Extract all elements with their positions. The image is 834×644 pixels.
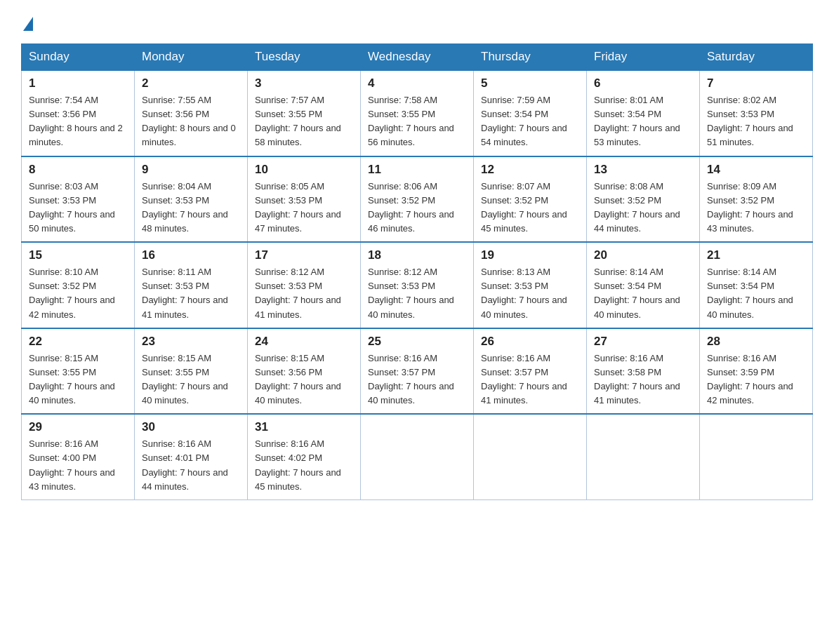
- calendar-cell: 12 Sunrise: 8:07 AMSunset: 3:52 PMDaylig…: [474, 156, 587, 243]
- calendar-cell: 16 Sunrise: 8:11 AMSunset: 3:53 PMDaylig…: [135, 242, 248, 328]
- page-header: [21, 14, 813, 31]
- day-number: 15: [29, 248, 127, 262]
- day-info: Sunrise: 8:10 AMSunset: 3:52 PMDaylight:…: [29, 267, 115, 319]
- day-info: Sunrise: 8:16 AMSunset: 3:59 PMDaylight:…: [707, 353, 793, 405]
- calendar-cell: 19 Sunrise: 8:13 AMSunset: 3:53 PMDaylig…: [474, 242, 587, 328]
- col-header-friday: Friday: [587, 44, 700, 71]
- day-info: Sunrise: 8:04 AMSunset: 3:53 PMDaylight:…: [142, 181, 228, 234]
- day-info: Sunrise: 8:15 AMSunset: 3:55 PMDaylight:…: [29, 353, 115, 405]
- day-number: 27: [594, 335, 692, 349]
- day-info: Sunrise: 8:11 AMSunset: 3:53 PMDaylight:…: [142, 267, 228, 319]
- day-number: 22: [29, 335, 127, 349]
- day-info: Sunrise: 8:14 AMSunset: 3:54 PMDaylight:…: [594, 267, 680, 319]
- day-info: Sunrise: 8:12 AMSunset: 3:53 PMDaylight:…: [368, 267, 454, 319]
- day-number: 25: [368, 335, 466, 349]
- day-info: Sunrise: 8:03 AMSunset: 3:53 PMDaylight:…: [29, 181, 115, 234]
- day-info: Sunrise: 8:16 AMSunset: 4:00 PMDaylight:…: [29, 438, 115, 491]
- day-info: Sunrise: 7:58 AMSunset: 3:55 PMDaylight:…: [368, 95, 454, 147]
- day-info: Sunrise: 8:13 AMSunset: 3:53 PMDaylight:…: [481, 267, 567, 319]
- calendar-cell: 1 Sunrise: 7:54 AMSunset: 3:56 PMDayligh…: [22, 70, 135, 156]
- col-header-sunday: Sunday: [22, 44, 135, 71]
- calendar-cell: 26 Sunrise: 8:16 AMSunset: 3:57 PMDaylig…: [474, 328, 587, 415]
- day-info: Sunrise: 8:06 AMSunset: 3:52 PMDaylight:…: [368, 181, 454, 234]
- day-info: Sunrise: 7:55 AMSunset: 3:56 PMDaylight:…: [142, 95, 236, 147]
- day-number: 16: [142, 248, 240, 262]
- calendar-cell: 20 Sunrise: 8:14 AMSunset: 3:54 PMDaylig…: [587, 242, 700, 328]
- day-number: 7: [707, 76, 805, 90]
- calendar-cell: [700, 414, 813, 499]
- calendar-cell: 11 Sunrise: 8:06 AMSunset: 3:52 PMDaylig…: [361, 156, 474, 243]
- calendar-cell: 17 Sunrise: 8:12 AMSunset: 3:53 PMDaylig…: [248, 242, 361, 328]
- calendar-cell: 8 Sunrise: 8:03 AMSunset: 3:53 PMDayligh…: [22, 156, 135, 243]
- logo: [21, 14, 33, 31]
- day-number: 13: [594, 163, 692, 177]
- calendar-cell: 5 Sunrise: 7:59 AMSunset: 3:54 PMDayligh…: [474, 70, 587, 156]
- calendar-cell: 2 Sunrise: 7:55 AMSunset: 3:56 PMDayligh…: [135, 70, 248, 156]
- day-info: Sunrise: 8:08 AMSunset: 3:52 PMDaylight:…: [594, 181, 680, 234]
- col-header-saturday: Saturday: [700, 44, 813, 71]
- day-number: 19: [481, 248, 579, 262]
- day-info: Sunrise: 8:12 AMSunset: 3:53 PMDaylight:…: [255, 267, 341, 319]
- day-info: Sunrise: 7:54 AMSunset: 3:56 PMDaylight:…: [29, 95, 123, 147]
- day-info: Sunrise: 8:16 AMSunset: 3:57 PMDaylight:…: [368, 353, 454, 405]
- day-number: 21: [707, 248, 805, 262]
- calendar-cell: 21 Sunrise: 8:14 AMSunset: 3:54 PMDaylig…: [700, 242, 813, 328]
- day-number: 14: [707, 163, 805, 177]
- week-row-2: 8 Sunrise: 8:03 AMSunset: 3:53 PMDayligh…: [22, 156, 813, 243]
- day-number: 30: [142, 420, 240, 434]
- calendar-cell: [474, 414, 587, 499]
- day-number: 31: [255, 420, 353, 434]
- day-info: Sunrise: 8:15 AMSunset: 3:55 PMDaylight:…: [142, 353, 228, 405]
- calendar-cell: 13 Sunrise: 8:08 AMSunset: 3:52 PMDaylig…: [587, 156, 700, 243]
- day-info: Sunrise: 7:57 AMSunset: 3:55 PMDaylight:…: [255, 95, 341, 147]
- day-number: 26: [481, 335, 579, 349]
- calendar-cell: 23 Sunrise: 8:15 AMSunset: 3:55 PMDaylig…: [135, 328, 248, 415]
- day-number: 1: [29, 76, 127, 90]
- col-header-tuesday: Tuesday: [248, 44, 361, 71]
- day-info: Sunrise: 8:02 AMSunset: 3:53 PMDaylight:…: [707, 95, 793, 147]
- day-info: Sunrise: 8:09 AMSunset: 3:52 PMDaylight:…: [707, 181, 793, 234]
- calendar-cell: 3 Sunrise: 7:57 AMSunset: 3:55 PMDayligh…: [248, 70, 361, 156]
- calendar-cell: [361, 414, 474, 499]
- calendar-cell: 28 Sunrise: 8:16 AMSunset: 3:59 PMDaylig…: [700, 328, 813, 415]
- day-info: Sunrise: 8:16 AMSunset: 3:58 PMDaylight:…: [594, 353, 680, 405]
- day-number: 4: [368, 76, 466, 90]
- week-row-5: 29 Sunrise: 8:16 AMSunset: 4:00 PMDaylig…: [22, 414, 813, 499]
- day-number: 3: [255, 76, 353, 90]
- calendar-cell: 31 Sunrise: 8:16 AMSunset: 4:02 PMDaylig…: [248, 414, 361, 499]
- calendar-header-row: SundayMondayTuesdayWednesdayThursdayFrid…: [22, 44, 813, 71]
- calendar-cell: 4 Sunrise: 7:58 AMSunset: 3:55 PMDayligh…: [361, 70, 474, 156]
- week-row-3: 15 Sunrise: 8:10 AMSunset: 3:52 PMDaylig…: [22, 242, 813, 328]
- day-info: Sunrise: 8:05 AMSunset: 3:53 PMDaylight:…: [255, 181, 341, 234]
- col-header-monday: Monday: [135, 44, 248, 71]
- day-info: Sunrise: 8:15 AMSunset: 3:56 PMDaylight:…: [255, 353, 341, 405]
- day-number: 11: [368, 163, 466, 177]
- day-info: Sunrise: 8:16 AMSunset: 3:57 PMDaylight:…: [481, 353, 567, 405]
- day-number: 29: [29, 420, 127, 434]
- day-number: 6: [594, 76, 692, 90]
- calendar-cell: 29 Sunrise: 8:16 AMSunset: 4:00 PMDaylig…: [22, 414, 135, 499]
- calendar-cell: 15 Sunrise: 8:10 AMSunset: 3:52 PMDaylig…: [22, 242, 135, 328]
- day-number: 5: [481, 76, 579, 90]
- calendar-cell: 6 Sunrise: 8:01 AMSunset: 3:54 PMDayligh…: [587, 70, 700, 156]
- week-row-4: 22 Sunrise: 8:15 AMSunset: 3:55 PMDaylig…: [22, 328, 813, 415]
- calendar-cell: 22 Sunrise: 8:15 AMSunset: 3:55 PMDaylig…: [22, 328, 135, 415]
- calendar-cell: 14 Sunrise: 8:09 AMSunset: 3:52 PMDaylig…: [700, 156, 813, 243]
- calendar-cell: 7 Sunrise: 8:02 AMSunset: 3:53 PMDayligh…: [700, 70, 813, 156]
- day-info: Sunrise: 8:16 AMSunset: 4:01 PMDaylight:…: [142, 438, 228, 491]
- day-number: 17: [255, 248, 353, 262]
- calendar-cell: 25 Sunrise: 8:16 AMSunset: 3:57 PMDaylig…: [361, 328, 474, 415]
- calendar-cell: 9 Sunrise: 8:04 AMSunset: 3:53 PMDayligh…: [135, 156, 248, 243]
- calendar-cell: [587, 414, 700, 499]
- day-number: 24: [255, 335, 353, 349]
- logo-arrow-icon: [23, 17, 33, 31]
- calendar-cell: 27 Sunrise: 8:16 AMSunset: 3:58 PMDaylig…: [587, 328, 700, 415]
- day-number: 23: [142, 335, 240, 349]
- col-header-thursday: Thursday: [474, 44, 587, 71]
- calendar-table: SundayMondayTuesdayWednesdayThursdayFrid…: [21, 43, 813, 500]
- day-info: Sunrise: 8:01 AMSunset: 3:54 PMDaylight:…: [594, 95, 680, 147]
- calendar-cell: 18 Sunrise: 8:12 AMSunset: 3:53 PMDaylig…: [361, 242, 474, 328]
- day-info: Sunrise: 8:14 AMSunset: 3:54 PMDaylight:…: [707, 267, 793, 319]
- day-info: Sunrise: 8:07 AMSunset: 3:52 PMDaylight:…: [481, 181, 567, 234]
- day-info: Sunrise: 7:59 AMSunset: 3:54 PMDaylight:…: [481, 95, 567, 147]
